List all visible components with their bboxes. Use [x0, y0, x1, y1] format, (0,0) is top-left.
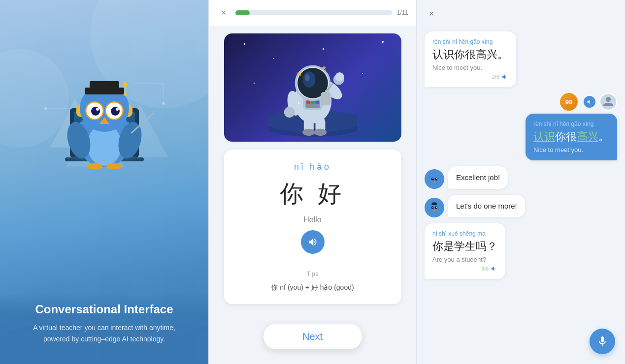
svg-point-36 [116, 108, 119, 111]
chinese-display: 你 好 [280, 178, 345, 210]
lesson-image [224, 33, 401, 142]
star [323, 48, 324, 50]
chat-user-header: 90 [560, 93, 617, 111]
progress-label: 1/11 [397, 9, 408, 16]
svg-rect-25 [90, 81, 119, 89]
spacer [425, 285, 617, 314]
star [273, 58, 274, 59]
chat-translation-5: Are you a student? [432, 256, 497, 263]
svg-point-28 [124, 93, 127, 96]
audio-button[interactable] [301, 230, 325, 254]
star [298, 102, 299, 104]
chat-chinese-5: 你是学生吗？ [432, 239, 497, 254]
chat-bubble-user: rèn shí nǐ hěn gāo xìng 认识你很高兴。 Nice to … [526, 114, 617, 160]
lesson-header: × 1/11 [209, 0, 416, 26]
owl-svg [35, 10, 173, 187]
user-icon [602, 96, 614, 108]
svg-point-35 [96, 108, 99, 111]
svg-point-34 [111, 107, 120, 116]
mic-button[interactable] [590, 329, 615, 354]
svg-point-8 [162, 102, 165, 105]
star [254, 83, 255, 84]
audio-icon-small [501, 73, 508, 80]
next-button[interactable]: Next [263, 324, 362, 349]
chat-pinyin-5: nǐ shì xué shēng ma [432, 230, 497, 237]
playback-icon[interactable] [584, 96, 595, 108]
svg-point-26 [123, 82, 128, 87]
pinyin-display: nǐ hǎo [294, 161, 331, 172]
space-background [224, 33, 401, 142]
svg-point-68 [428, 173, 440, 185]
progress-bar-fill [235, 10, 250, 15]
chat-translation-1: Nice to meet you. [432, 64, 508, 71]
svg-point-81 [432, 207, 433, 208]
translation-display: Hello [303, 215, 321, 224]
owl-chat-icon-2 [428, 201, 441, 214]
tips-label: Tips [306, 270, 318, 277]
chat-one-more-bubble: Let's do one more! [448, 195, 525, 217]
chat-message-5: nǐ shì xué shēng ma 你是学生吗？ Are you a stu… [425, 223, 505, 279]
highlight-word: 认识 [533, 130, 555, 143]
speaker-icon [308, 237, 318, 247]
intro-description: A virtual teacher you can interact with … [26, 322, 183, 344]
svg-point-33 [91, 107, 100, 116]
lesson-panel: × 1/11 [208, 0, 417, 364]
chat-chinese-1: 认识你很高兴。 [432, 47, 508, 62]
next-button-container: Next [263, 324, 362, 349]
excellent-text: Excellent job! [456, 173, 500, 182]
divider [236, 262, 390, 262]
star [244, 43, 245, 45]
audio-icon-5 [491, 265, 497, 272]
owl-avatar-4 [425, 198, 444, 217]
owl-avatar-3 [425, 169, 444, 189]
chat-close-button[interactable]: × [425, 7, 438, 21]
svg-point-73 [432, 178, 433, 179]
chat-excellent-bubble: Excellent job! [448, 166, 508, 189]
svg-rect-85 [432, 203, 436, 204]
progress-bar-container [235, 10, 392, 15]
chat-message-4: Let's do one more! [425, 195, 617, 217]
chat-message-3: Excellent job! [425, 166, 617, 189]
intro-panel: Conversational Interface A virtual teach… [0, 0, 208, 364]
chat-message-2-container: 90 rèn shí nǐ hěn gāo xìng 认识你很高兴。 [526, 93, 617, 160]
chat-translation-right: Nice to meet you. [533, 146, 609, 153]
svg-point-5 [44, 107, 47, 110]
intro-text-block: Conversational Interface A virtual teach… [0, 293, 208, 364]
chat-messages: rèn shí nǐ hěn gāo xìng 认识你很高兴。 Nice to … [417, 28, 625, 364]
close-button[interactable]: × [217, 6, 230, 20]
chat-pinyin-right: rèn shí nǐ hěn gāo xìng [533, 121, 609, 127]
speaker-small-icon [587, 99, 592, 105]
chat-meta-5: 3/6 [432, 265, 497, 272]
svg-point-74 [436, 178, 437, 179]
chat-message-1: rèn shí nǐ hěn gāo xìng 认识你很高兴。 Nice to … [425, 31, 516, 87]
owl-illustration [0, 10, 208, 187]
score-area: 90 [560, 93, 578, 111]
chat-chinese-right: 认识你很高兴。 [533, 129, 609, 144]
chat-pinyin-1: rèn shí nǐ hěn gāo xìng [432, 38, 508, 45]
microphone-icon [596, 335, 608, 347]
star [382, 41, 384, 43]
user-avatar [599, 93, 617, 111]
svg-point-82 [436, 207, 437, 208]
flashcard-content: nǐ hǎo 你 好 Hello Tips 你 nǐ (you) + 好 hǎo… [224, 150, 401, 304]
highlight-word-2: 高兴 [577, 130, 598, 143]
intro-title: Conversational Interface [15, 303, 194, 316]
svg-point-42 [106, 163, 122, 169]
chat-meta-1: 2/6 [432, 73, 508, 80]
tips-content: 你 nǐ (you) + 好 hǎo (good) [271, 283, 354, 292]
score-badge: 90 [560, 93, 578, 111]
owl-chat-icon [428, 172, 441, 186]
one-more-text: Let's do one more! [456, 202, 517, 210]
chat-panel: × rèn shí nǐ hěn gāo xìng 认识你很高兴。 Nice t… [417, 0, 625, 364]
chat-header: × [417, 0, 625, 28]
svg-point-41 [87, 163, 102, 169]
star [362, 73, 363, 74]
